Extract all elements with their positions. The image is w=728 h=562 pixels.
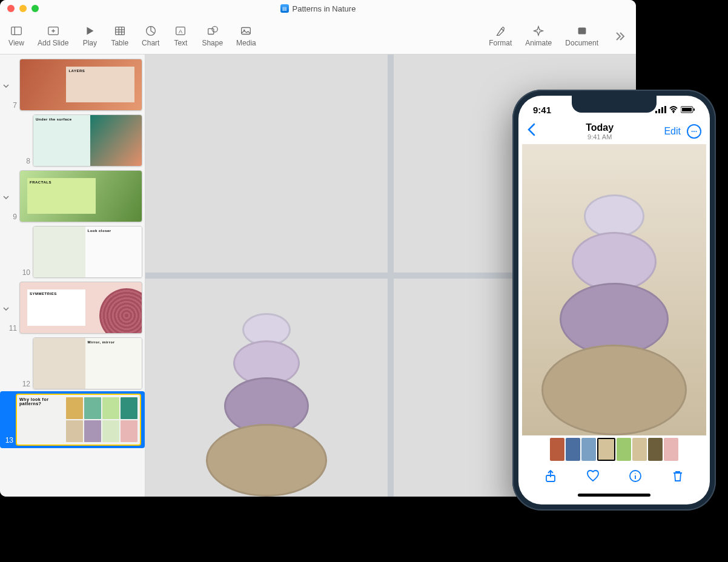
cellular-icon bbox=[655, 106, 666, 113]
play-button[interactable]: Play bbox=[82, 24, 98, 47]
shape-icon bbox=[205, 24, 220, 38]
svg-rect-27 bbox=[693, 108, 695, 111]
format-button[interactable]: Format bbox=[489, 24, 512, 47]
slide-number: 13 bbox=[4, 436, 13, 445]
slide-number: 11 bbox=[7, 324, 17, 332]
slide-thumbnail-12[interactable]: 12 Mirror, mirror bbox=[0, 336, 145, 391]
filmstrip-thumb[interactable] bbox=[566, 438, 580, 461]
close-button[interactable] bbox=[7, 5, 15, 12]
navbar-title-text: Today bbox=[586, 122, 614, 133]
favorite-button[interactable] bbox=[586, 469, 600, 486]
notch bbox=[572, 96, 657, 113]
thumbnail: Mirror, mirror bbox=[33, 337, 142, 389]
svg-text:A: A bbox=[179, 28, 183, 34]
filmstrip-thumb[interactable] bbox=[648, 438, 663, 461]
info-button[interactable] bbox=[628, 469, 643, 486]
photo-hero[interactable] bbox=[522, 144, 706, 435]
text-label: Text bbox=[174, 39, 187, 47]
shape-label: Shape bbox=[202, 39, 223, 47]
thumbnail: FRACTALS bbox=[19, 170, 142, 222]
slide-thumbnail-13[interactable]: 13 Why look for patterns? bbox=[0, 391, 145, 448]
add-slide-icon bbox=[45, 24, 61, 38]
add-slide-button[interactable]: Add Slide bbox=[38, 24, 68, 47]
photos-toolbar bbox=[518, 463, 710, 494]
filmstrip-thumb[interactable] bbox=[632, 438, 647, 461]
slide-thumbnail-11[interactable]: 11 SYMMETRIES bbox=[0, 280, 145, 336]
svg-rect-23 bbox=[664, 106, 666, 113]
slide-thumbnail-9[interactable]: 9 FRACTALS bbox=[0, 168, 145, 224]
slide-number: 7 bbox=[7, 101, 17, 110]
text-button[interactable]: A Text bbox=[173, 24, 188, 47]
status-time: 9:41 bbox=[533, 105, 551, 115]
iphone-device: 9:41 Today 9:41 AM Edit ··· bbox=[512, 90, 716, 511]
add-slide-label: Add Slide bbox=[38, 39, 68, 47]
urchin-stack bbox=[206, 313, 327, 497]
thumbnail: Look closer bbox=[33, 226, 142, 278]
more-button[interactable]: ··· bbox=[687, 124, 701, 139]
filmstrip-thumb[interactable] bbox=[617, 438, 631, 461]
format-label: Format bbox=[489, 39, 512, 47]
chart-icon bbox=[143, 24, 159, 38]
document-button[interactable]: Document bbox=[565, 24, 598, 47]
battery-icon bbox=[681, 106, 695, 113]
filmstrip-thumb[interactable] bbox=[664, 438, 678, 461]
svg-rect-19 bbox=[578, 27, 586, 34]
zoom-button[interactable] bbox=[31, 5, 39, 12]
slide-image-urchins[interactable] bbox=[145, 279, 388, 497]
slide-thumbnail-10[interactable]: 10 Look closer bbox=[0, 224, 145, 280]
status-icons bbox=[655, 106, 695, 113]
filmstrip-thumb[interactable] bbox=[581, 438, 596, 461]
slide-image-honeycomb[interactable] bbox=[145, 55, 388, 273]
filmstrip-thumb[interactable] bbox=[550, 438, 564, 461]
svg-point-24 bbox=[673, 111, 674, 113]
document-icon-tool bbox=[574, 24, 590, 38]
table-button[interactable]: Table bbox=[111, 24, 128, 47]
slide-thumbnail-7[interactable]: 7 LAYERS bbox=[0, 57, 145, 113]
delete-button[interactable] bbox=[670, 469, 685, 486]
svg-rect-0 bbox=[12, 27, 22, 35]
thumbnail: Why look for patterns? bbox=[16, 394, 141, 446]
toolbar-overflow-button[interactable] bbox=[612, 29, 627, 42]
svg-rect-21 bbox=[658, 109, 660, 113]
thumbnail: SYMMETRIES bbox=[19, 282, 142, 334]
minimize-button[interactable] bbox=[19, 5, 27, 12]
svg-rect-6 bbox=[115, 27, 124, 35]
photo-filmstrip[interactable] bbox=[518, 435, 710, 463]
play-icon bbox=[82, 24, 98, 38]
titlebar: ▤ Patterns in Nature bbox=[0, 0, 636, 17]
chart-label: Chart bbox=[142, 39, 159, 47]
media-button[interactable]: Media bbox=[236, 24, 256, 47]
back-button[interactable] bbox=[527, 123, 535, 140]
thumbnail: Under the surface bbox=[33, 114, 142, 167]
document-icon: ▤ bbox=[280, 4, 289, 13]
document-label: Document bbox=[565, 39, 598, 47]
svg-marker-18 bbox=[534, 26, 543, 35]
animate-icon bbox=[531, 24, 546, 38]
animate-label: Animate bbox=[525, 39, 552, 47]
share-button[interactable] bbox=[543, 469, 558, 486]
view-icon bbox=[8, 24, 24, 38]
filmstrip-thumb-selected[interactable] bbox=[597, 438, 615, 461]
animate-button[interactable]: Animate bbox=[525, 24, 552, 47]
chart-button[interactable]: Chart bbox=[142, 24, 159, 47]
slide-navigator[interactable]: 7 LAYERS 8 Under the surface 9 FRACTALS bbox=[0, 55, 145, 497]
disclosure-icon[interactable] bbox=[2, 304, 10, 311]
table-label: Table bbox=[111, 39, 128, 47]
toolbar: View Add Slide Play Table Chart bbox=[0, 17, 636, 55]
slide-thumbnail-8[interactable]: 8 Under the surface bbox=[0, 113, 145, 168]
disclosure-icon[interactable] bbox=[2, 193, 10, 200]
wifi-icon bbox=[669, 106, 678, 113]
navbar-title: Today 9:41 AM bbox=[586, 122, 614, 140]
format-icon bbox=[492, 24, 508, 38]
slide-number: 9 bbox=[7, 213, 17, 221]
shape-button[interactable]: Shape bbox=[202, 24, 223, 47]
svg-rect-26 bbox=[682, 108, 692, 111]
home-indicator[interactable] bbox=[518, 494, 710, 504]
photos-navbar: Today 9:41 AM Edit ··· bbox=[518, 121, 710, 144]
disclosure-icon[interactable] bbox=[2, 81, 10, 88]
edit-button[interactable]: Edit bbox=[664, 126, 681, 137]
urchin-stack-hero bbox=[541, 194, 687, 435]
play-label: Play bbox=[83, 39, 97, 47]
svg-point-31 bbox=[635, 473, 636, 474]
view-button[interactable]: View bbox=[8, 24, 24, 47]
